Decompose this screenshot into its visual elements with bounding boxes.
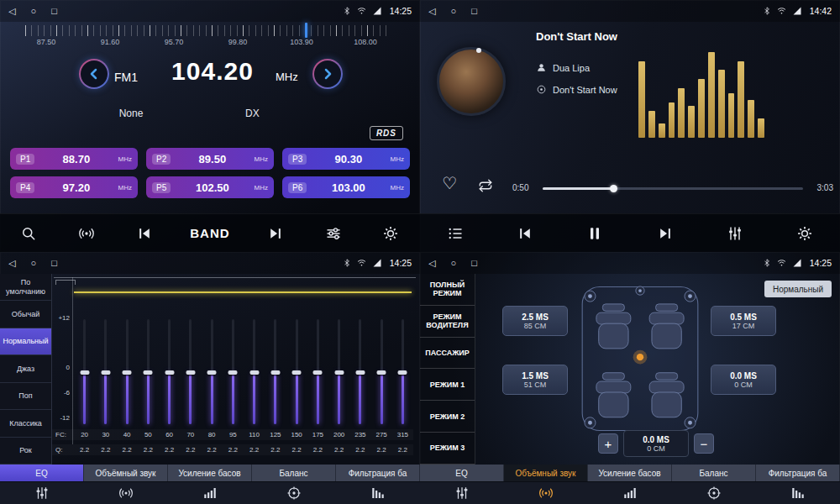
next-track-button[interactable] (648, 217, 683, 250)
tab-surround[interactable]: Объёмный звук (504, 465, 588, 481)
delay-front-right-button[interactable]: 0.5 MS 17 CM (711, 306, 776, 336)
playlist-button[interactable] (438, 217, 473, 250)
balance-icon[interactable] (672, 482, 756, 504)
recents-icon[interactable]: □ (471, 258, 477, 269)
slider-knob[interactable] (313, 370, 323, 375)
progress-knob[interactable] (610, 185, 617, 192)
slider-knob[interactable] (398, 370, 407, 375)
profile-button[interactable]: Нормальный (764, 281, 832, 297)
slider-knob[interactable] (355, 370, 365, 375)
delay-rear-right-button[interactable]: 0.0 MS 0 CM (711, 365, 776, 395)
eq-preset-rock[interactable]: Рок (0, 438, 51, 465)
search-stations-button[interactable] (11, 217, 46, 250)
tab-balance[interactable]: Баланс (672, 465, 756, 481)
car-cabin-graphic[interactable] (575, 281, 706, 437)
eq-band-slider[interactable] (159, 319, 180, 424)
repeat-icon[interactable] (477, 178, 494, 193)
eq-preset-default[interactable]: По умолчанию (0, 274, 51, 301)
home-icon[interactable]: ○ (30, 6, 36, 17)
eq-band-slider[interactable] (74, 319, 95, 424)
delay-rear-left-button[interactable]: 1.5 MS 51 CM (502, 365, 568, 395)
slider-knob[interactable] (270, 370, 280, 375)
slider-knob[interactable] (377, 370, 386, 375)
settings-gear-button[interactable] (787, 217, 822, 250)
slider-knob[interactable] (334, 370, 344, 375)
recents-icon[interactable]: □ (471, 6, 477, 17)
tab-bass-boost[interactable]: Усиление басов (168, 465, 252, 481)
bass-boost-icon[interactable] (588, 482, 672, 504)
tab-filter[interactable]: Фильтрация ба (336, 465, 420, 481)
mixer-button[interactable] (717, 217, 753, 250)
filter-icon[interactable] (336, 482, 420, 504)
preset-button-6[interactable]: P6 103.00 MHz (282, 176, 410, 198)
delay-decrease-button[interactable]: − (694, 433, 714, 454)
broadcast-icon-button[interactable] (69, 217, 104, 250)
tab-eq[interactable]: EQ (420, 465, 504, 481)
back-icon[interactable]: ◁ (428, 6, 435, 17)
back-icon[interactable]: ◁ (8, 258, 15, 269)
mode-driver[interactable]: РЕЖИМ ВОДИТЕЛЯ (420, 306, 475, 338)
eq-preset-pop[interactable]: Поп (0, 383, 51, 410)
tab-bass-boost[interactable]: Усиление басов (588, 465, 672, 481)
home-icon[interactable]: ○ (450, 6, 456, 17)
tab-eq[interactable]: EQ (0, 465, 84, 481)
favorite-heart-icon[interactable]: ♡ (442, 175, 457, 192)
slider-knob[interactable] (249, 370, 259, 375)
balance-icon[interactable] (252, 482, 336, 504)
slider-knob[interactable] (123, 370, 132, 375)
eq-band-slider[interactable] (265, 319, 286, 424)
preset-button-5[interactable]: P5 102.50 MHz (146, 176, 274, 198)
tab-balance[interactable]: Баланс (252, 465, 336, 481)
pause-button[interactable] (577, 217, 612, 250)
eq-preset-custom[interactable]: Обычай (0, 301, 51, 328)
settings-gear-button[interactable] (373, 217, 408, 250)
eq-band-slider[interactable] (328, 319, 349, 424)
preset-button-3[interactable]: P3 90.30 MHz (282, 148, 410, 170)
eq-band-slider[interactable] (307, 319, 328, 424)
preset-button-4[interactable]: P4 97.20 MHz (10, 176, 138, 198)
surround-sound-icon[interactable] (84, 482, 168, 504)
eq-bands-icon[interactable] (420, 482, 504, 504)
recents-icon[interactable]: □ (51, 258, 57, 269)
preset-button-1[interactable]: P1 88.70 MHz (10, 148, 138, 170)
back-icon[interactable]: ◁ (8, 6, 15, 17)
eq-band-slider[interactable] (371, 319, 392, 424)
equalizer-settings-button[interactable] (316, 217, 351, 250)
eq-band-slider[interactable] (392, 319, 413, 424)
surround-sound-icon[interactable] (504, 482, 588, 504)
preset-button-2[interactable]: P2 89.50 MHz (146, 148, 274, 170)
mode-2[interactable]: РЕЖИМ 2 (420, 401, 475, 433)
next-station-button[interactable] (258, 217, 293, 250)
recents-icon[interactable]: □ (51, 6, 57, 17)
eq-band-slider[interactable] (180, 319, 201, 424)
mode-full[interactable]: ПОЛНЫЙ РЕЖИМ (420, 274, 475, 306)
eq-band-slider[interactable] (138, 319, 159, 424)
slider-knob[interactable] (80, 370, 89, 375)
home-icon[interactable]: ○ (450, 258, 456, 269)
previous-station-button[interactable] (127, 217, 162, 250)
slider-knob[interactable] (165, 370, 174, 375)
tab-surround[interactable]: Объёмный звук (84, 465, 168, 481)
delay-increase-button[interactable]: + (598, 433, 618, 454)
mode-passenger[interactable]: ПАССАЖИР (420, 338, 475, 370)
eq-band-slider[interactable] (349, 319, 370, 424)
slider-knob[interactable] (292, 370, 302, 375)
eq-band-slider[interactable] (286, 319, 307, 424)
eq-band-slider[interactable] (223, 319, 244, 424)
seek-bar[interactable] (543, 187, 803, 190)
bass-boost-icon[interactable] (168, 482, 252, 504)
filter-icon[interactable] (756, 482, 840, 504)
back-icon[interactable]: ◁ (428, 258, 435, 269)
eq-preset-normal[interactable]: Нормальный (0, 328, 51, 355)
eq-band-slider[interactable] (117, 319, 138, 424)
previous-track-button[interactable] (507, 217, 543, 250)
band-button[interactable]: BAND (185, 217, 234, 250)
eq-bands-icon[interactable] (0, 482, 84, 504)
home-icon[interactable]: ○ (30, 258, 36, 269)
slider-knob[interactable] (101, 370, 110, 375)
tune-up-button[interactable] (312, 59, 343, 89)
slider-knob[interactable] (207, 370, 217, 375)
eq-preset-classic[interactable]: Классика (0, 410, 51, 437)
delay-front-left-button[interactable]: 2.5 MS 85 CM (502, 306, 568, 336)
eq-band-slider[interactable] (202, 319, 223, 424)
